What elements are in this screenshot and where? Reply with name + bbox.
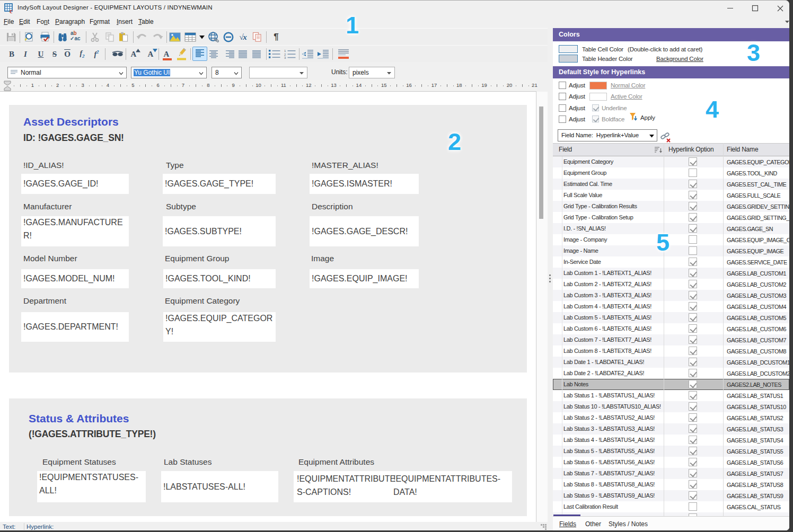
svg-text:c: c	[10, 7, 13, 14]
svg-text:3: 3	[284, 56, 286, 59]
svg-text:2: 2	[284, 53, 286, 56]
svg-text:1: 1	[284, 49, 286, 52]
